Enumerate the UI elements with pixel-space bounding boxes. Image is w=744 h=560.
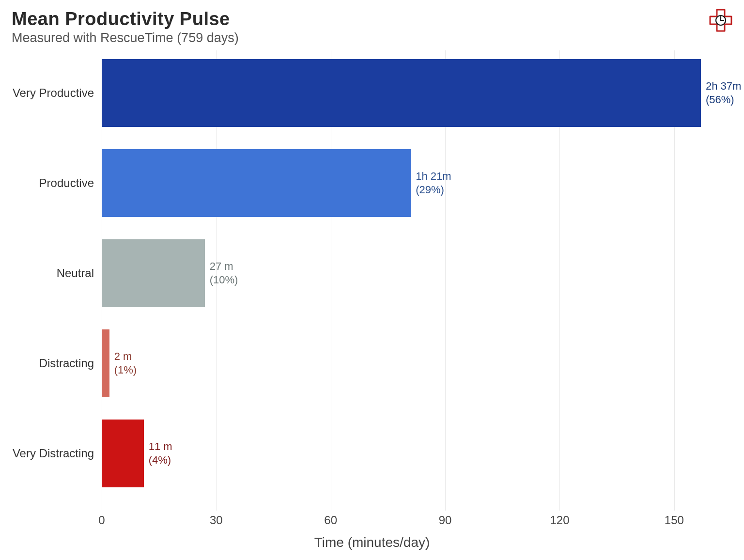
x-axis-tick-label: 90	[439, 513, 452, 527]
chart-container: Mean Productivity Pulse Measured with Re…	[0, 0, 744, 560]
bar-row: Distracting2 m(1%)	[102, 329, 109, 397]
bar-value-percent: (1%)	[114, 363, 137, 377]
bar-value-time: 11 m	[149, 440, 172, 453]
bar-value-percent: (56%)	[706, 93, 741, 107]
chart-plot-area: Very Productive2h 37m(56%)Productive1h 2…	[102, 50, 731, 511]
bar-value-label: 11 m(4%)	[149, 440, 172, 467]
bar-value-time: 2h 37m	[706, 79, 741, 93]
x-axis-title: Time (minutes/day)	[0, 535, 744, 550]
x-axis-tick-label: 150	[665, 513, 684, 527]
x-axis-tick-label: 120	[550, 513, 569, 527]
bar-value-label: 2 m(1%)	[114, 350, 137, 376]
y-axis-category-label: Neutral	[0, 239, 94, 307]
bar-value-label: 27 m(10%)	[210, 260, 238, 286]
bar	[102, 149, 411, 217]
bar-value-percent: (29%)	[416, 183, 451, 197]
bar	[102, 329, 109, 397]
bar-row: Very Productive2h 37m(56%)	[102, 59, 701, 127]
y-axis-category-label: Productive	[0, 149, 94, 217]
bar-value-percent: (4%)	[149, 453, 172, 467]
x-axis-tick-label: 0	[98, 513, 105, 527]
chart-subtitle: Measured with RescueTime (759 days)	[12, 31, 732, 46]
bar	[102, 420, 144, 487]
chart-title: Mean Productivity Pulse	[12, 9, 732, 30]
bar-value-label: 2h 37m(56%)	[706, 79, 741, 106]
x-axis-tick-label: 60	[324, 513, 337, 527]
bar-row: Neutral27 m(10%)	[102, 239, 205, 307]
y-axis-category-label: Very Distracting	[0, 420, 94, 487]
bar-row: Very Distracting11 m(4%)	[102, 420, 144, 487]
bar-value-label: 1h 21m(29%)	[416, 170, 451, 196]
bar-value-time: 1h 21m	[416, 170, 451, 183]
bar-value-percent: (10%)	[210, 273, 238, 287]
x-axis-tick-label: 30	[210, 513, 223, 527]
bar-row: Productive1h 21m(29%)	[102, 149, 411, 217]
bar	[102, 239, 205, 307]
y-axis-category-label: Distracting	[0, 329, 94, 397]
bar	[102, 59, 701, 127]
bar-value-time: 2 m	[114, 350, 137, 363]
bar-value-time: 27 m	[210, 260, 238, 273]
rescuetime-logo-icon	[708, 8, 733, 33]
y-axis-category-label: Very Productive	[0, 59, 94, 127]
